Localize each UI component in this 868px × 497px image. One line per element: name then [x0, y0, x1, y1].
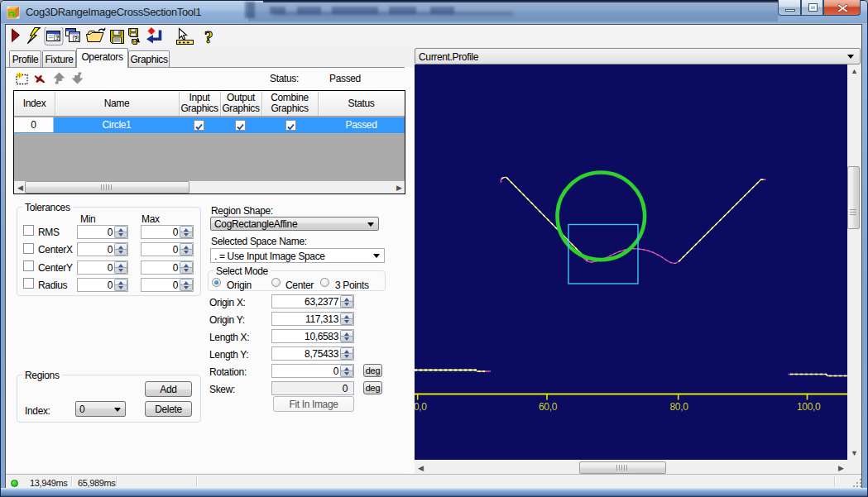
- svg-text:0,0: 0,0: [415, 401, 427, 413]
- svg-text:?: ?: [204, 27, 213, 45]
- svg-text:60,0: 60,0: [539, 401, 558, 413]
- svg-text:100,0: 100,0: [797, 401, 821, 413]
- svg-text:80,0: 80,0: [670, 401, 689, 413]
- svg-text:?: ?: [74, 36, 78, 41]
